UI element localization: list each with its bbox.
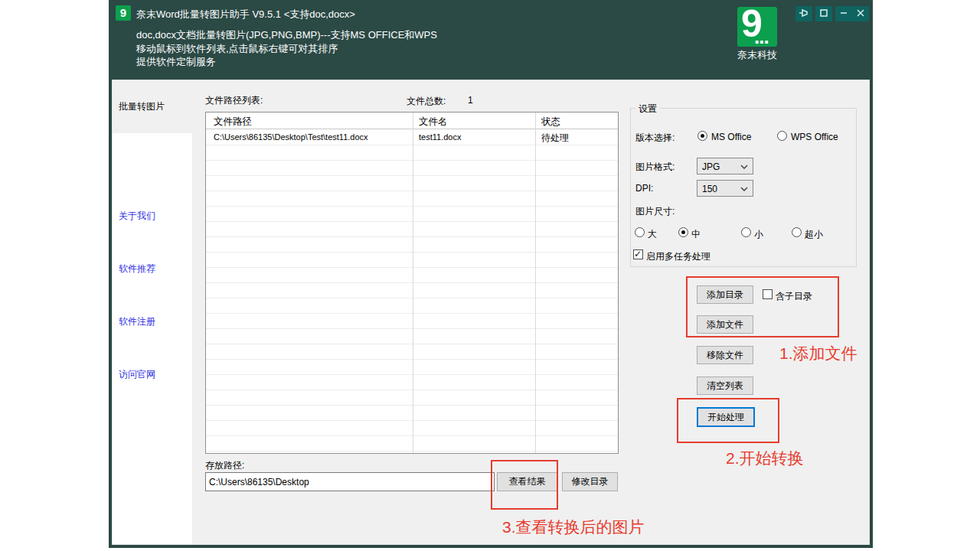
header-desc-line3: 提供软件定制服务 <box>136 55 437 69</box>
sidebar-item-about[interactable]: 关于我们 <box>119 210 155 223</box>
minimize-icon <box>839 8 848 20</box>
annotation-step1: 1.添加文件 <box>779 343 858 364</box>
sidebar-item-register[interactable]: 软件注册 <box>119 315 155 328</box>
app-window: 9 奈末Word批量转图片助手 V9.5.1 <支持doc,docx> doc,… <box>109 0 873 548</box>
header-desc-line2: 移动鼠标到软件列表,点击鼠标右键可对其排序 <box>136 42 437 56</box>
column-header-status[interactable]: 状态 <box>541 116 560 129</box>
multitask-checkbox-label[interactable]: 启用多任务处理 <box>646 250 710 263</box>
format-select[interactable]: JPG <box>697 158 753 174</box>
version-label: 版本选择: <box>635 132 675 145</box>
dpi-select[interactable]: 150 <box>697 180 753 197</box>
settings-group: 设置 版本选择: MS Office WPS Office 图片格式: JPG … <box>630 108 857 267</box>
main-panel: 批量转图片 关于我们 软件推荐 软件注册 访问官网 文件路径列表: 文件总数: … <box>112 80 870 545</box>
cell-file-status: 待处理 <box>541 132 569 145</box>
file-total-label: 文件总数: <box>407 95 446 108</box>
file-total-value: 1 <box>468 95 473 106</box>
size-label: 图片尺寸: <box>635 205 675 218</box>
radio-ms-office[interactable] <box>697 131 707 141</box>
maximize-button[interactable] <box>815 6 832 21</box>
minimize-button[interactable] <box>835 6 852 21</box>
sidebar-item-recommend[interactable]: 软件推荐 <box>119 262 155 276</box>
window-title: 奈末Word批量转图片助手 V9.5.1 <支持doc,docx> <box>136 8 355 21</box>
maximize-icon <box>819 8 828 20</box>
radio-size-large-label[interactable]: 大 <box>648 228 657 241</box>
dpi-label: DPI: <box>635 183 653 194</box>
table-row[interactable]: C:\Users\86135\Desktop\Test\test11.docx … <box>206 130 618 145</box>
radio-size-small[interactable] <box>741 227 751 237</box>
file-list-label: 文件路径列表: <box>205 94 263 107</box>
column-header-path[interactable]: 文件路径 <box>214 116 252 129</box>
cell-file-path: C:\Users\86135\Desktop\Test\test11.docx <box>214 132 368 142</box>
annotation-box-add <box>686 276 839 337</box>
radio-size-tiny[interactable] <box>792 227 802 237</box>
brand-name: 奈末科技 <box>733 48 782 62</box>
header-description: doc,docx文档批量转图片(JPG,PNG,BMP)---支持MS OFFI… <box>136 28 437 69</box>
close-icon <box>856 8 865 20</box>
clear-list-button[interactable]: 清空列表 <box>697 377 753 395</box>
file-table-header: 文件路径 文件名 状态 <box>206 112 618 129</box>
radio-size-medium[interactable] <box>678 227 688 237</box>
output-path-input[interactable] <box>205 472 495 491</box>
sidebar: 关于我们 软件推荐 软件注册 访问官网 <box>113 133 192 544</box>
change-dir-button[interactable]: 修改目录 <box>562 472 618 491</box>
column-header-name[interactable]: 文件名 <box>419 116 448 129</box>
radio-size-small-label[interactable]: 小 <box>754 228 763 241</box>
brand-logo-dots: ... <box>754 25 769 47</box>
close-button[interactable] <box>852 6 869 21</box>
pin-icon <box>799 8 809 20</box>
sidebar-item-website[interactable]: 访问官网 <box>119 368 155 381</box>
radio-wps-office-label[interactable]: WPS Office <box>791 132 838 142</box>
settings-group-title: 设置 <box>635 103 660 116</box>
radio-size-tiny-label[interactable]: 超小 <box>805 228 823 241</box>
dpi-value: 150 <box>702 184 717 194</box>
format-value: JPG <box>702 161 720 172</box>
output-path-label: 存放路径: <box>205 459 244 472</box>
column-divider <box>413 112 413 453</box>
pin-button[interactable] <box>795 6 812 21</box>
radio-size-large[interactable] <box>635 227 645 237</box>
annotation-box-view <box>491 460 558 510</box>
column-divider <box>535 112 536 453</box>
radio-ms-office-label[interactable]: MS Office <box>711 132 751 142</box>
remove-file-button[interactable]: 移除文件 <box>697 346 753 364</box>
brand-logo: 9 ... <box>737 7 777 47</box>
header-desc-line1: doc,docx文档批量转图片(JPG,PNG,BMP)---支持MS OFFI… <box>136 28 437 42</box>
annotation-step2: 2.开始转换 <box>726 448 804 469</box>
app-logo-icon: 9 <box>116 5 131 21</box>
sidebar-item-batch-convert[interactable]: 批量转图片 <box>119 100 165 113</box>
file-table[interactable]: 文件路径 文件名 状态 C:\Users\86135\Desktop\Test\… <box>205 112 619 454</box>
cell-file-name: test11.docx <box>419 132 461 142</box>
file-table-body: C:\Users\86135\Desktop\Test\test11.docx … <box>206 130 618 453</box>
annotation-box-start <box>677 398 779 443</box>
multitask-checkbox[interactable] <box>633 249 643 259</box>
format-label: 图片格式: <box>635 161 675 174</box>
radio-wps-office[interactable] <box>777 131 787 141</box>
annotation-step3: 3.查看转换后的图片 <box>502 517 645 538</box>
radio-size-medium-label[interactable]: 中 <box>691 228 701 241</box>
